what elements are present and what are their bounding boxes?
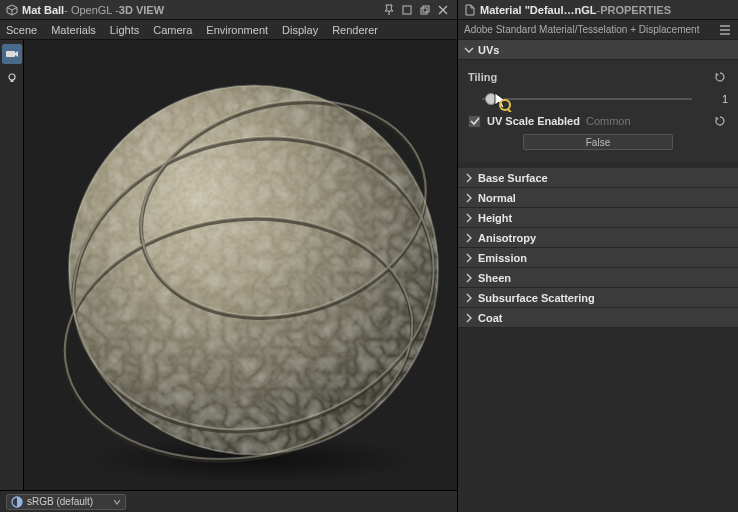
svg-rect-5 (10, 80, 13, 82)
chevron-down-icon (113, 498, 121, 506)
colorspace-dropdown[interactable]: sRGB (default) (6, 494, 126, 510)
reset-tiling-button[interactable] (712, 69, 728, 85)
viewport-title-suffix: 3D VIEW (119, 4, 164, 16)
close-icon[interactable] (435, 2, 451, 18)
svg-point-19 (500, 100, 510, 110)
chevron-right-icon (464, 313, 474, 323)
camera-tool[interactable] (2, 44, 22, 64)
svg-rect-0 (403, 6, 411, 14)
section-anisotropy[interactable]: Anisotropy (458, 228, 738, 248)
maximize-icon[interactable] (399, 2, 415, 18)
shader-name: Adobe Standard Material/Tesselation + Di… (464, 24, 718, 35)
section-label: Subsurface Scattering (478, 292, 595, 304)
svg-point-4 (9, 74, 15, 80)
section-label: Anisotropy (478, 232, 536, 244)
chevron-right-icon (464, 253, 474, 263)
viewport-panel: Mat Ball - OpenGL - 3D VIEW Scene Materi… (0, 0, 458, 512)
tiling-slider-handle[interactable] (485, 93, 497, 105)
chevron-right-icon (464, 173, 474, 183)
viewport-toolstrip (0, 40, 24, 490)
section-emission[interactable]: Emission (458, 248, 738, 268)
light-tool[interactable] (2, 68, 22, 88)
svg-rect-3 (6, 51, 15, 57)
chevron-right-icon (464, 273, 474, 283)
viewport-titlebar: Mat Ball - OpenGL - 3D VIEW (0, 0, 457, 20)
viewport-tabbar: Scene Materials Lights Camera Environmen… (0, 20, 457, 40)
chevron-right-icon (464, 213, 474, 223)
section-label: Coat (478, 312, 502, 324)
colorspace-icon (11, 496, 23, 508)
uv-scale-value: False (586, 137, 610, 148)
tab-environment[interactable]: Environment (206, 24, 268, 36)
properties-titlebar: Material "Defaul…nGL - PROPERTIES (458, 0, 738, 20)
section-subsurface[interactable]: Subsurface Scattering (458, 288, 738, 308)
reset-uvscale-button[interactable] (712, 113, 728, 129)
chevron-right-icon (464, 193, 474, 203)
section-uvs-header[interactable]: UVs (458, 40, 738, 60)
menu-icon[interactable] (718, 23, 732, 37)
cube-icon (6, 4, 18, 16)
properties-title: Material "Defaul…nGL (480, 4, 596, 16)
tab-renderer[interactable]: Renderer (332, 24, 378, 36)
section-coat[interactable]: Coat (458, 308, 738, 328)
colorspace-label: sRGB (default) (27, 496, 109, 507)
uv-scale-label: UV Scale Enabled (487, 115, 580, 127)
tiling-label: Tiling (468, 71, 516, 83)
section-label: Height (478, 212, 512, 224)
section-height[interactable]: Height (458, 208, 738, 228)
document-icon (464, 4, 476, 16)
section-uvs-label: UVs (478, 44, 499, 56)
viewport-statusbar: sRGB (default) (0, 490, 457, 512)
tab-materials[interactable]: Materials (51, 24, 96, 36)
viewport-title: Mat Ball (22, 4, 64, 16)
section-label: Sheen (478, 272, 511, 284)
chevron-right-icon (464, 293, 474, 303)
tiling-value: 1 (708, 93, 728, 105)
tab-display[interactable]: Display (282, 24, 318, 36)
shader-name-row: Adobe Standard Material/Tesselation + Di… (458, 20, 738, 40)
uv-scale-checkbox[interactable] (468, 115, 481, 128)
section-uvs-body: Tiling 1 (458, 60, 738, 162)
popout-icon[interactable] (417, 2, 433, 18)
section-base-surface[interactable]: Base Surface (458, 168, 738, 188)
section-normal[interactable]: Normal (458, 188, 738, 208)
uv-scale-hint: Common (586, 115, 634, 127)
svg-rect-2 (423, 6, 429, 12)
tab-scene[interactable]: Scene (6, 24, 37, 36)
viewport-3d[interactable] (24, 40, 457, 490)
tiling-slider[interactable] (482, 98, 692, 100)
viewport-title-sep: - OpenGL - (64, 4, 119, 16)
pin-icon[interactable] (381, 2, 397, 18)
chevron-down-icon (464, 45, 474, 55)
properties-panel: Material "Defaul…nGL - PROPERTIES Adobe … (458, 0, 738, 512)
properties-title-suffix: PROPERTIES (600, 4, 671, 16)
section-sheen[interactable]: Sheen (458, 268, 738, 288)
tab-camera[interactable]: Camera (153, 24, 192, 36)
section-label: Base Surface (478, 172, 548, 184)
section-label: Emission (478, 252, 527, 264)
tab-lights[interactable]: Lights (110, 24, 139, 36)
chevron-right-icon (464, 233, 474, 243)
uv-scale-value-field[interactable]: False (523, 134, 673, 150)
svg-rect-1 (421, 8, 427, 14)
section-label: Normal (478, 192, 516, 204)
